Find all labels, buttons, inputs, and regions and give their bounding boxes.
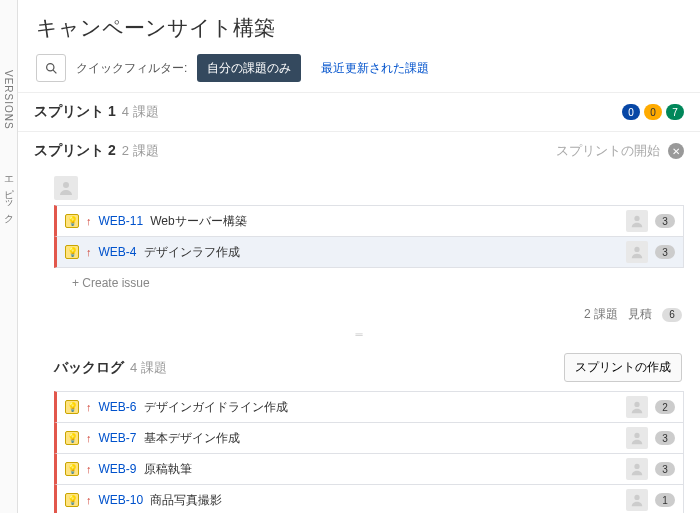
assignee-avatar[interactable]: [626, 458, 648, 480]
issue-summary: Webサーバー構築: [150, 213, 619, 230]
idea-icon: 💡: [65, 462, 79, 476]
backlog-name: バックログ: [54, 359, 124, 375]
idea-icon: 💡: [65, 214, 79, 228]
issue-key[interactable]: WEB-6: [99, 400, 137, 414]
idea-icon: 💡: [65, 245, 79, 259]
issue-summary: 基本デザイン作成: [144, 430, 619, 447]
issue-row[interactable]: 💡 ↑ WEB-11 Webサーバー構築 3: [54, 205, 684, 237]
create-issue[interactable]: + Create issue: [72, 276, 684, 290]
svg-point-6: [634, 433, 639, 438]
sprint2-header[interactable]: スプリント 22 課題 スプリントの開始 ✕: [18, 131, 700, 170]
sprint2-count: 2 課題: [122, 143, 159, 158]
sprint2-footer-est: 6: [662, 308, 682, 322]
issue-key[interactable]: WEB-9: [99, 462, 137, 476]
assignee-avatar[interactable]: [626, 241, 648, 263]
rail-versions[interactable]: VERSIONS: [3, 70, 14, 130]
svg-point-8: [634, 495, 639, 500]
svg-point-5: [634, 402, 639, 407]
estimate-badge: 3: [655, 462, 675, 476]
badge-progress: 0: [644, 104, 662, 120]
svg-point-3: [634, 216, 639, 221]
idea-icon: 💡: [65, 431, 79, 445]
priority-high-icon: ↑: [86, 463, 92, 475]
badge-todo: 0: [622, 104, 640, 120]
assignee-avatar[interactable]: [626, 427, 648, 449]
create-sprint-button[interactable]: スプリントの作成: [564, 353, 682, 382]
assignee-avatar[interactable]: [626, 396, 648, 418]
issue-row[interactable]: 💡 ↑ WEB-9 原稿執筆 3: [54, 453, 684, 485]
page-title: キャンペーンサイト構築: [36, 14, 682, 42]
issue-row[interactable]: 💡 ↑ WEB-7 基本デザイン作成 3: [54, 422, 684, 454]
issue-row[interactable]: 💡 ↑ WEB-6 デザインガイドライン作成 2: [54, 391, 684, 423]
drag-handle[interactable]: ═: [18, 329, 700, 339]
sprint1-name: スプリント 1: [34, 103, 116, 119]
idea-icon: 💡: [65, 493, 79, 507]
sprint1-header[interactable]: スプリント 14 課題 0 0 7: [18, 92, 700, 131]
backlog-count: 4 課題: [130, 360, 167, 375]
badge-done: 7: [666, 104, 684, 120]
priority-high-icon: ↑: [86, 215, 92, 227]
sprint1-count: 4 課題: [122, 104, 159, 119]
close-icon[interactable]: ✕: [668, 143, 684, 159]
issue-summary: デザインガイドライン作成: [144, 399, 619, 416]
issue-summary: 商品写真撮影: [150, 492, 619, 509]
estimate-badge: 2: [655, 400, 675, 414]
estimate-badge: 1: [655, 493, 675, 507]
svg-point-0: [46, 63, 53, 70]
assignee-filter-avatar[interactable]: [54, 176, 78, 200]
filter-my-issues[interactable]: 自分の課題のみ: [197, 54, 301, 82]
assignee-avatar[interactable]: [626, 489, 648, 511]
sprint2-footer-count: 2 課題: [584, 306, 618, 323]
priority-high-icon: ↑: [86, 494, 92, 506]
priority-high-icon: ↑: [86, 432, 92, 444]
priority-high-icon: ↑: [86, 401, 92, 413]
rail-epic[interactable]: エピック: [2, 170, 16, 219]
priority-high-icon: ↑: [86, 246, 92, 258]
issue-key[interactable]: WEB-10: [99, 493, 144, 507]
issue-key[interactable]: WEB-7: [99, 431, 137, 445]
filter-label: クイックフィルター:: [76, 60, 187, 77]
issue-key[interactable]: WEB-11: [99, 214, 144, 228]
estimate-badge: 3: [655, 214, 675, 228]
issue-row[interactable]: 💡 ↑ WEB-4 デザインラフ作成 3: [54, 236, 684, 268]
side-rail: VERSIONS エピック: [0, 0, 18, 513]
svg-point-4: [634, 247, 639, 252]
search-icon: [45, 62, 58, 75]
svg-line-1: [53, 70, 56, 73]
sprint2-footer-est-label: 見積: [628, 306, 652, 323]
svg-point-7: [634, 464, 639, 469]
issue-key[interactable]: WEB-4: [99, 245, 137, 259]
estimate-badge: 3: [655, 245, 675, 259]
sprint-start-label: スプリントの開始: [556, 142, 660, 160]
svg-point-2: [63, 182, 69, 188]
estimate-badge: 3: [655, 431, 675, 445]
issue-summary: デザインラフ作成: [144, 244, 619, 261]
sprint2-name: スプリント 2: [34, 142, 116, 158]
issue-row[interactable]: 💡 ↑ WEB-10 商品写真撮影 1: [54, 484, 684, 513]
issue-summary: 原稿執筆: [144, 461, 619, 478]
filter-recent[interactable]: 最近更新された課題: [311, 54, 439, 82]
search-button[interactable]: [36, 54, 66, 82]
assignee-avatar[interactable]: [626, 210, 648, 232]
idea-icon: 💡: [65, 400, 79, 414]
